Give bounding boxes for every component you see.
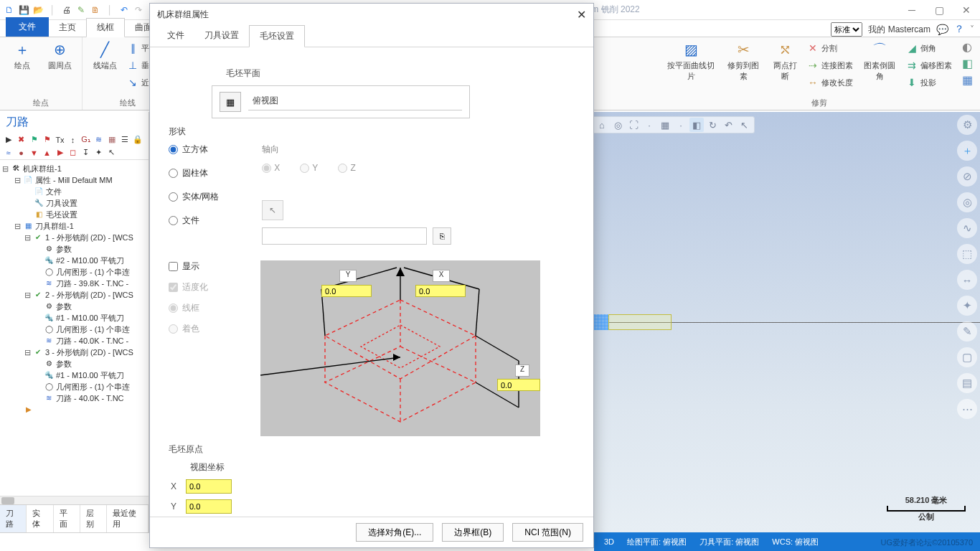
dlg-tab-stock[interactable]: 毛坯设置 xyxy=(249,25,305,47)
status-draw-plane[interactable]: 绘图平面: 俯视图 xyxy=(627,537,687,547)
tree-params3[interactable]: 参数 xyxy=(56,358,72,369)
offset-entities-button[interactable]: ⇉偏移图素 xyxy=(906,57,952,73)
subtab-level[interactable]: 层别 xyxy=(80,505,107,532)
rr-curve-icon[interactable]: ∿ xyxy=(957,218,977,238)
draw-point-button[interactable]: ＋绘点 xyxy=(7,40,37,71)
tp-tool-flag2-icon[interactable]: ⚑ xyxy=(42,134,52,145)
subtab-solid[interactable]: 实体 xyxy=(27,505,53,532)
tp-tool-pick-icon[interactable]: ✦ xyxy=(93,147,104,158)
tp-tool-waves-icon[interactable]: ≋ xyxy=(93,134,104,145)
split-button[interactable]: ✕分割 xyxy=(807,40,853,56)
vt-cursor-icon[interactable]: ↖ xyxy=(737,118,751,132)
tree-t1a[interactable]: #1 - M10.00 平铣刀 xyxy=(56,312,124,324)
plane-value[interactable]: 俯视图 xyxy=(248,93,462,110)
tree-t2[interactable]: #2 - M10.00 平铣刀 xyxy=(56,255,124,266)
circle-point-button[interactable]: ⊕圆周点 xyxy=(44,40,75,71)
maximize-button[interactable]: ▢ xyxy=(928,4,950,16)
tp-tool-insert-icon[interactable]: ↧ xyxy=(80,147,91,158)
vt-grid-icon[interactable]: ▦ xyxy=(658,118,672,132)
tree-hscroll[interactable] xyxy=(0,496,149,504)
status-tool-plane[interactable]: 刀具平面: 俯视图 xyxy=(699,537,759,547)
shape-cube-radio[interactable]: 立方体 xyxy=(169,143,219,156)
tree-params1[interactable]: 参数 xyxy=(56,243,72,255)
print-icon[interactable]: 🖨 xyxy=(60,4,73,17)
ribbon-collapse-icon[interactable]: ˅ xyxy=(970,24,974,34)
tree-machine-group[interactable]: 机床群组-1 xyxy=(23,163,62,174)
tree-tp2[interactable]: 刀路 - 40.0K - T.NC - xyxy=(56,335,128,347)
stock-y-input[interactable] xyxy=(321,285,372,297)
undo-icon[interactable]: ↶ xyxy=(118,4,131,17)
tp-tool-tx-icon[interactable]: Tx xyxy=(55,134,65,145)
dlg-tab-file[interactable]: 文件 xyxy=(157,25,194,47)
pick-plane-button[interactable]: ▦ xyxy=(220,92,241,112)
status-wcs[interactable]: WCS: 俯视图 xyxy=(772,537,819,547)
fillet-entities-button[interactable]: ⌒图素倒圆角 xyxy=(860,40,899,82)
tp-tool-lock-icon[interactable]: 🔒 xyxy=(132,134,143,145)
chamfer-button[interactable]: ◢倒角 xyxy=(906,40,952,56)
tp-tool-grid-icon[interactable]: ▦ xyxy=(106,134,117,145)
subtab-recent[interactable]: 最近使用 xyxy=(107,505,149,532)
tp-tool-down-icon[interactable]: ▼ xyxy=(29,147,39,158)
tp-tool-wave2-icon[interactable]: ≈ xyxy=(3,147,14,158)
close-button[interactable]: ✕ xyxy=(956,4,977,16)
tp-tool-square-icon[interactable]: ◻ xyxy=(67,147,78,158)
rr-width-icon[interactable]: ↔ xyxy=(957,270,977,290)
tp-tool-flag1-icon[interactable]: ⚑ xyxy=(29,134,39,145)
tab-wireframe[interactable]: 线框 xyxy=(86,18,125,37)
tree-stockset[interactable]: 毛坯设置 xyxy=(46,209,77,220)
display-checkbox[interactable]: 显示 xyxy=(169,260,248,273)
origin-x-input[interactable] xyxy=(186,479,232,494)
tab-file[interactable]: 文件 xyxy=(6,17,49,37)
rr-layers-icon[interactable]: ▤ xyxy=(957,373,977,393)
tp-tool-right-icon[interactable]: ▶ xyxy=(55,147,65,158)
subtab-toolpath[interactable]: 刀路 xyxy=(0,505,27,532)
shape-cylinder-radio[interactable]: 圆柱体 xyxy=(169,167,219,179)
redo-icon[interactable]: ↷ xyxy=(132,4,145,17)
tp-tool-sort-icon[interactable]: ↕ xyxy=(67,134,78,145)
tree-toolset[interactable]: 刀具设置 xyxy=(46,197,77,209)
minimize-button[interactable]: ─ xyxy=(901,4,923,16)
note-icon[interactable]: 🗎 xyxy=(89,4,102,17)
tree-geom2[interactable]: 几何图形 - (1) 个串连 xyxy=(56,324,130,335)
rr-cube-icon[interactable]: ⬚ xyxy=(957,244,977,264)
extra-tool-2-icon[interactable]: ◧ xyxy=(962,57,973,70)
tp-tool-up-icon[interactable]: ▲ xyxy=(42,147,52,158)
rr-draw-icon[interactable]: ✎ xyxy=(957,321,977,342)
break-two-button[interactable]: ⤲两点打断 xyxy=(770,40,800,82)
bounding-box-button[interactable]: 边界框(B) xyxy=(442,523,504,542)
select-corners-button[interactable]: 选择对角(E)... xyxy=(356,523,433,542)
tp-tool-ball-icon[interactable]: ● xyxy=(16,147,27,158)
dialog-close-button[interactable]: ✕ xyxy=(577,8,586,22)
tree-op3[interactable]: 3 - 外形铣削 (2D) - [WCS xyxy=(45,347,133,358)
slice-by-plane-button[interactable]: ▨按平面曲线切片 xyxy=(665,40,717,82)
origin-y-input[interactable] xyxy=(186,499,232,514)
save-icon[interactable]: 💾 xyxy=(17,4,30,17)
subtab-plane[interactable]: 平面 xyxy=(54,505,80,532)
project-button[interactable]: ⬇投影 xyxy=(906,75,952,90)
tree-t1b[interactable]: #1 - M10.00 平铣刀 xyxy=(56,369,124,381)
tree-geom3[interactable]: 几何图形 - (1) 个串连 xyxy=(56,381,130,392)
feedback-icon[interactable]: 💬 xyxy=(936,24,948,35)
tab-home[interactable]: 主页 xyxy=(49,19,86,37)
line-endpoint-button[interactable]: ╱线端点 xyxy=(90,40,120,71)
stock-x-input[interactable] xyxy=(415,285,466,297)
rr-dyn-icon[interactable]: ✦ xyxy=(957,296,977,316)
vt-fit-icon[interactable]: ⛶ xyxy=(626,118,641,132)
rr-no-icon[interactable]: ⊘ xyxy=(957,166,977,187)
tree-params2[interactable]: 参数 xyxy=(56,301,72,312)
tree-op2[interactable]: 2 - 外形铣削 (2D) - [WCS xyxy=(45,289,133,301)
open-icon[interactable]: 📂 xyxy=(32,4,44,17)
nci-extents-button[interactable]: NCI 范围(N) xyxy=(512,523,583,542)
vt-undo-icon[interactable]: ↶ xyxy=(721,118,735,132)
vt-globe-icon[interactable]: ◎ xyxy=(611,118,625,132)
tree-toolgroup[interactable]: 刀具群组-1 xyxy=(35,220,74,232)
tree-file[interactable]: 文件 xyxy=(46,186,62,197)
vt-home-icon[interactable]: ⌂ xyxy=(595,118,609,132)
tp-tool-cursor-icon[interactable]: ↖ xyxy=(106,147,117,158)
shape-solid-radio[interactable]: 实体/网格 xyxy=(169,191,219,203)
join-entities-button[interactable]: ⇢连接图素 xyxy=(807,57,853,73)
tree-tp3[interactable]: 刀路 - 40.0K - T.NC xyxy=(56,392,124,404)
tp-tool-x-icon[interactable]: ✖ xyxy=(16,134,27,145)
modify-length-button[interactable]: ↔修改长度 xyxy=(807,75,853,90)
tree-properties[interactable]: 属性 - Mill Default MM xyxy=(35,174,113,186)
